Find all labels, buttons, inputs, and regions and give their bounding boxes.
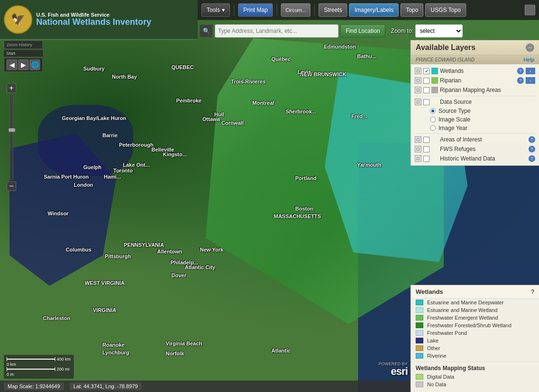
esri-logo: POWERED BY esri: [377, 360, 409, 379]
scale-km-label: 400 km: [57, 357, 71, 362]
swatch-riverine: [416, 353, 423, 359]
swatch-freshwater-pond: [416, 330, 423, 336]
swatch-lake: [416, 338, 423, 343]
layer-item-fws-refuges: □ FWS Refuges ?: [411, 144, 539, 154]
help-riparian[interactable]: ?: [517, 77, 524, 84]
label-freshwater-pond: Freshwater Pond: [427, 330, 467, 336]
meta-riparian[interactable]: i: [526, 77, 535, 84]
search-icon: 🔍: [200, 24, 213, 38]
checkbox-fws-refuges[interactable]: [423, 146, 429, 152]
help-wetlands[interactable]: ?: [517, 68, 524, 74]
sub-label-image-scale: Image Scale: [439, 116, 470, 123]
layers-location-text: PRINCE EDWARD ISLAND: [416, 57, 475, 62]
imagery-labels-button[interactable]: Imagery/Labels: [349, 3, 399, 17]
meta-wetlands[interactable]: i: [526, 68, 535, 74]
topo-button[interactable]: Topo: [400, 3, 423, 17]
tools-button[interactable]: Tools ▾: [201, 3, 230, 17]
swatch-wetlands: [431, 68, 438, 74]
zoom-to-select[interactable]: select: [415, 24, 463, 38]
expand-riparian[interactable]: □: [415, 77, 421, 84]
search-input[interactable]: [215, 24, 339, 38]
checkbox-historic-wetland[interactable]: [423, 156, 429, 162]
scale-0km: 0 km: [7, 362, 16, 367]
separator-1: [234, 4, 234, 16]
swatch-freshwater-forested: [416, 322, 423, 328]
swatch-data-source: [431, 99, 438, 105]
legend-mapping-header: Wetlands Mapping Status: [411, 362, 539, 373]
streets-button[interactable]: Streets: [319, 3, 347, 17]
checkbox-wetlands[interactable]: [423, 68, 429, 74]
legend-help-icon[interactable]: ?: [531, 289, 534, 295]
help-historic-wetland[interactable]: ?: [529, 155, 535, 162]
zoom-to-label: Zoom to:: [391, 28, 413, 34]
help-areas-interest[interactable]: ?: [529, 136, 535, 143]
radio-image-year[interactable]: [430, 125, 436, 131]
checkbox-areas-interest[interactable]: [423, 137, 429, 143]
layers-subtitle: PRINCE EDWARD ISLAND Help: [411, 55, 539, 64]
usgs-topo-button[interactable]: USGS Topo: [425, 3, 466, 17]
checkbox-riparian[interactable]: [423, 78, 429, 84]
tools-bar: Tools ▾ Print Map Circum... Streets Imag…: [198, 0, 539, 20]
expand-historic-wetland[interactable]: □: [415, 155, 421, 162]
expand-data-source[interactable]: □: [415, 99, 421, 105]
label-digital-data: Digital Data: [427, 374, 454, 380]
label-freshwater-forested: Freshwater Forested/Shrub Wetland: [427, 322, 511, 328]
scale-line-mi: 200 mi: [7, 367, 71, 372]
layers-help-link[interactable]: Help: [523, 57, 534, 62]
zoom-nav: ◀ ▶ 🌐: [4, 58, 43, 72]
sub-item-image-year: Image Year: [411, 124, 539, 132]
checkbox-riparian-mapping[interactable]: [423, 87, 429, 93]
expand-riparian-mapping[interactable]: □: [415, 87, 421, 93]
zoom-in-button[interactable]: +: [7, 83, 16, 93]
legend-riverine: Riverine: [411, 352, 539, 360]
swatch-fws-refuges: [431, 146, 438, 152]
expand-wetlands[interactable]: □: [415, 68, 421, 74]
layers-list: □ Wetlands ? i □ Riparian ? i □ Riparian…: [411, 64, 539, 165]
expand-areas-interest[interactable]: □: [415, 136, 421, 143]
scale-bar: 400 km 0 km 200 mi 0 m: [4, 355, 74, 379]
legend-other: Other: [411, 344, 539, 352]
sub-item-source-type: Source Type: [411, 107, 539, 115]
zoom-back-button[interactable]: ◀: [7, 60, 17, 70]
layer-item-historic-wetland: □ Historic Wetland Data ?: [411, 154, 539, 163]
separator-2: [277, 4, 277, 16]
zoom-thumb[interactable]: [9, 128, 15, 132]
label-freshwater-emergent: Freshwater Emergent Wetland: [427, 315, 498, 321]
zoom-out-button[interactable]: −: [7, 181, 16, 191]
sub-item-image-scale: Image Scale: [411, 115, 539, 124]
zoom-to-wrap: Zoom to: select: [391, 24, 463, 38]
scale-line-km: 400 km: [7, 357, 71, 362]
zoom-slider-wrap: + −: [7, 83, 16, 191]
swatch-estuarine-deepwater: [416, 300, 423, 305]
expand-fws-refuges[interactable]: □: [415, 146, 421, 152]
window-control[interactable]: [525, 5, 535, 15]
label-riverine: Riverine: [427, 353, 446, 359]
checkbox-data-source[interactable]: [423, 99, 429, 105]
circumpolara-button[interactable]: Circum...: [281, 3, 310, 17]
swatch-riparian-mapping: [431, 87, 438, 93]
radio-image-scale[interactable]: [430, 117, 436, 122]
help-fws-refuges[interactable]: ?: [529, 146, 535, 152]
divider-1: [415, 96, 535, 96]
zoom-forward-button[interactable]: ▶: [18, 60, 29, 70]
legend-title: Wetlands: [416, 288, 443, 295]
radio-source-type[interactable]: [430, 108, 436, 114]
legend-panel: Wetlands ? Estuarine and Marine Deepwate…: [410, 285, 539, 392]
label-other: Other: [427, 345, 440, 351]
swatch-historic-wetland: [431, 155, 438, 162]
layer-item-wetlands: □ Wetlands ? i: [411, 66, 539, 76]
find-location-button[interactable]: Find Location: [340, 24, 385, 38]
agency-logo: 🦅: [4, 5, 32, 34]
print-map-button[interactable]: Print Map: [238, 3, 273, 17]
zoom-globe-button[interactable]: 🌐: [30, 60, 40, 70]
legend-estuarine-wetland: Estuarine and Marine Wetland: [411, 306, 539, 314]
layers-header: Available Layers −: [411, 40, 539, 55]
zoom-slider[interactable]: [10, 94, 13, 180]
separator-3: [314, 4, 315, 16]
layer-name-wetlands: Wetlands: [440, 68, 515, 74]
layers-close-button[interactable]: −: [526, 43, 534, 52]
swatch-estuarine-wetland: [416, 307, 423, 313]
sub-label-source-type: Source Type: [439, 108, 470, 114]
layer-name-riparian: Riparian: [440, 77, 515, 84]
swatch-areas-interest: [431, 136, 438, 143]
